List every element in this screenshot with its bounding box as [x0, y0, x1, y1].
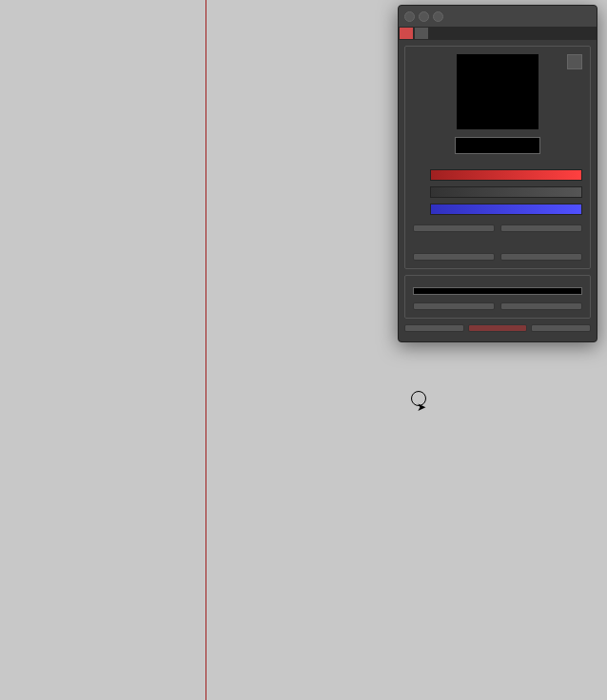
g-slider[interactable] — [430, 186, 582, 198]
color-panel — [404, 46, 591, 269]
load-button[interactable] — [413, 302, 495, 310]
darker-button[interactable] — [413, 224, 495, 232]
minimize-icon[interactable] — [419, 11, 429, 22]
titlebar[interactable] — [399, 6, 597, 27]
help-button[interactable] — [567, 54, 582, 69]
mode-takes[interactable] — [531, 324, 591, 332]
mini-tab-2[interactable] — [415, 28, 428, 39]
r-slider[interactable] — [430, 169, 582, 181]
mini-tab-1[interactable] — [400, 28, 413, 39]
brighter-button[interactable] — [500, 224, 582, 232]
mode-tracks[interactable] — [404, 324, 464, 332]
b-slider[interactable] — [430, 204, 582, 215]
tab-strip — [399, 27, 597, 40]
save-button[interactable] — [500, 302, 582, 310]
hex-input[interactable] — [455, 137, 540, 154]
reanoir-window — [398, 5, 597, 342]
swatch-border — [457, 54, 538, 129]
playhead — [206, 0, 206, 700]
close-icon[interactable] — [404, 11, 415, 22]
palette-panel — [404, 275, 591, 319]
get-color-button[interactable] — [500, 253, 582, 261]
mode-items[interactable] — [468, 324, 528, 332]
color-swatch[interactable] — [460, 54, 535, 123]
maximize-icon[interactable] — [433, 11, 443, 22]
random-button[interactable] — [413, 253, 495, 261]
palette-name[interactable] — [413, 287, 582, 295]
mode-row — [404, 324, 591, 332]
